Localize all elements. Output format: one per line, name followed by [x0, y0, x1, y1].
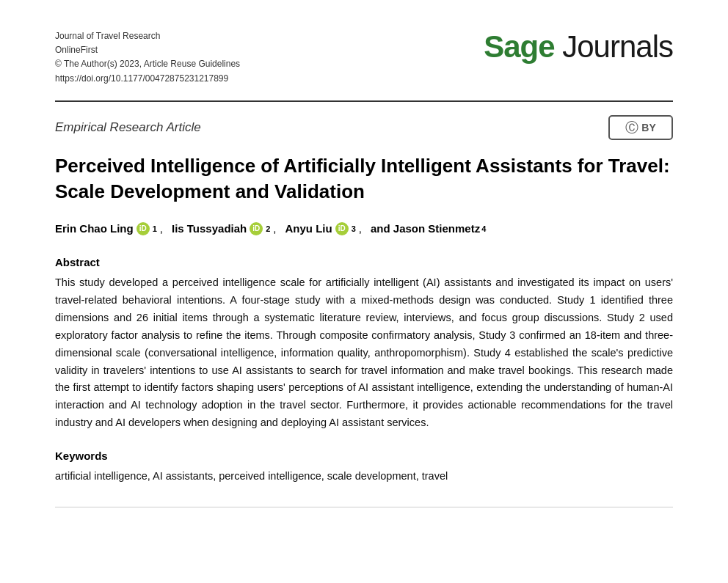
- article-type-label: Empirical Research Article: [55, 120, 201, 135]
- cc-icon: Ⓒ: [625, 119, 638, 136]
- author-3-name: Anyu Liu: [285, 222, 332, 235]
- author-3-sup: 3: [352, 224, 356, 233]
- sage-journals-logo: Sage Journals: [484, 29, 673, 65]
- sage-logo-journals: Journals: [555, 29, 673, 64]
- author-2-orcid: iD: [250, 222, 263, 235]
- article-page: Journal of Travel Research OnlineFirst ©…: [0, 0, 728, 583]
- author-3-orcid: iD: [335, 222, 349, 235]
- keywords-text: artificial intelligence, AI assistants, …: [55, 468, 673, 485]
- author-4-name: and Jason Stienmetz: [371, 222, 480, 235]
- article-type-row: Empirical Research Article Ⓒ BY: [55, 115, 673, 140]
- keywords-section: Keywords artificial intelligence, AI ass…: [55, 450, 673, 485]
- sep-1: ,: [160, 222, 163, 235]
- abstract-heading: Abstract: [55, 256, 673, 268]
- creative-commons-badge: Ⓒ BY: [608, 115, 673, 140]
- top-divider: [55, 100, 673, 102]
- sep-2: ,: [273, 222, 276, 235]
- article-title: Perceived Intelligence of Artificially I…: [55, 153, 673, 205]
- keywords-heading: Keywords: [55, 450, 673, 462]
- journal-copyright: © The Author(s) 2023, Article Reuse Guid…: [55, 57, 240, 71]
- page-header: Journal of Travel Research OnlineFirst ©…: [55, 29, 673, 86]
- author-2-name: Iis Tussyadiah: [172, 222, 247, 235]
- by-icon: BY: [641, 122, 655, 133]
- abstract-text: This study developed a perceived intelli…: [55, 274, 673, 432]
- journal-info: Journal of Travel Research OnlineFirst ©…: [55, 29, 240, 86]
- journal-name: Journal of Travel Research: [55, 29, 240, 43]
- abstract-section: Abstract This study developed a perceive…: [55, 256, 673, 432]
- authors-row: Erin Chao Ling iD 1 , Iis Tussyadiah iD …: [55, 222, 673, 235]
- journal-edition: OnlineFirst: [55, 43, 240, 57]
- sep-3: ,: [359, 222, 362, 235]
- author-4-sup: 4: [481, 224, 486, 233]
- author-1-orcid: iD: [136, 222, 150, 235]
- author-1-name: Erin Chao Ling: [55, 222, 134, 235]
- bottom-divider: [55, 507, 673, 507]
- author-1-sup: 1: [153, 224, 157, 233]
- sage-logo-sage: Sage: [484, 29, 554, 64]
- journal-doi: https://doi.org/10.1177/0047287523121789…: [55, 72, 240, 86]
- author-2-sup: 2: [266, 224, 270, 233]
